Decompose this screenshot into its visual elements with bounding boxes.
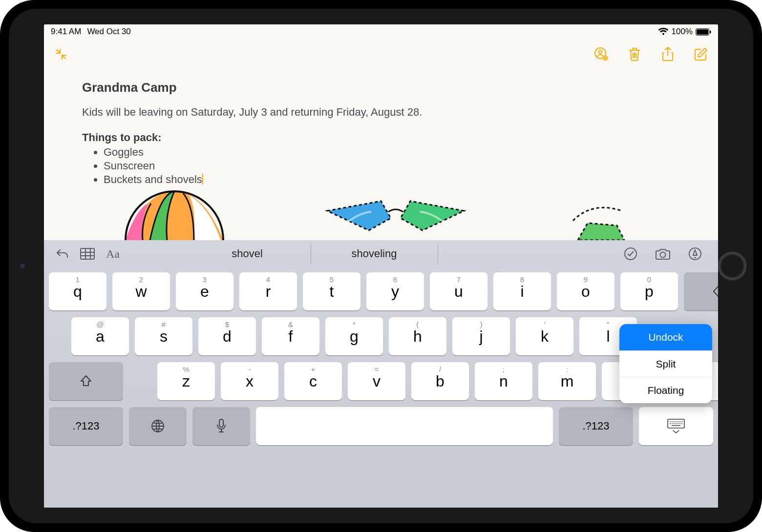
suggestion-2[interactable]: shoveling [311,240,438,267]
key-p[interactable]: 0p [620,272,678,310]
keyboard-toolbar: Aa shovel shoveling [44,240,718,267]
svg-rect-2 [710,30,711,33]
note-paragraph: Kids will be leaving on Saturday, July 3… [82,106,680,119]
compose-icon[interactable] [693,46,709,62]
text-cursor [202,174,203,184]
markup-icon[interactable] [685,244,705,264]
key-f[interactable]: &f [262,317,319,355]
globe-key[interactable] [129,407,187,445]
status-time: 9:41 AM [51,27,81,37]
popover-split[interactable]: Split [619,350,712,377]
mode-key-left[interactable]: .?123 [49,407,123,445]
keyboard-keys: 1q2w3e4r5t6y7u8i9o0p @a#s$d&f*g(h)j'k"l … [44,267,718,459]
note-title: Grandma Camp [82,80,680,95]
list-item: Goggles [104,146,680,159]
svg-rect-1 [697,29,708,35]
list-item: Sunscreen [104,160,680,172]
key-h[interactable]: (h [389,317,446,355]
shift-key[interactable] [49,362,123,400]
key-j[interactable]: )j [452,317,510,355]
dismiss-keyboard-key[interactable] [639,407,713,445]
key-s[interactable]: #s [135,317,192,355]
undo-icon[interactable] [52,244,72,264]
note-drawings [73,182,689,240]
key-o[interactable]: 9o [557,272,614,310]
key-m[interactable]: :m [538,362,596,400]
svg-point-9 [625,248,636,260]
space-key[interactable] [256,407,553,445]
key-q[interactable]: 1q [49,272,106,310]
key-w[interactable]: 2w [112,272,170,310]
svg-rect-13 [219,419,223,427]
collapse-icon[interactable] [53,46,69,62]
keyboard-suggestions: shovel shoveling [128,240,620,267]
dictation-key[interactable] [192,407,250,445]
notes-navbar [44,39,718,69]
format-icon[interactable]: Aa [103,244,123,264]
svg-point-4 [599,50,602,54]
battery-icon [696,28,711,36]
keyboard: Aa shovel shoveling [44,240,718,508]
key-d[interactable]: $d [198,317,256,355]
key-u[interactable]: 7u [430,272,487,310]
backspace-key[interactable] [684,272,718,310]
collaborate-icon[interactable] [593,46,610,62]
key-n[interactable]: ;n [475,362,532,400]
battery-percent: 100% [672,27,693,37]
key-v[interactable]: =v [348,362,405,400]
note-list: Goggles Sunscreen Buckets and shovels [82,146,680,186]
check-circle-icon[interactable] [620,244,641,264]
share-icon[interactable] [659,46,676,62]
note-content-area[interactable]: Grandma Camp Kids will be leaving on Sat… [44,74,718,240]
key-i[interactable]: 8i [493,272,551,310]
front-camera [20,263,25,269]
key-c[interactable]: +c [284,362,342,400]
camera-icon[interactable] [653,244,673,264]
note-subheading: Things to pack: [82,131,680,144]
svg-point-7 [126,191,223,240]
keyboard-popover: Undock Split Floating [619,324,712,403]
key-x[interactable]: -x [221,362,278,400]
key-e[interactable]: 3e [176,272,233,310]
key-r[interactable]: 4r [239,272,297,310]
key-a[interactable]: @a [71,317,129,355]
home-button[interactable] [717,251,747,281]
trash-icon[interactable] [626,46,643,62]
key-t[interactable]: 5t [303,272,360,310]
table-icon[interactable] [77,244,98,264]
suggestion-1[interactable]: shovel [184,240,311,267]
ipad-frame: 9:41 AM Wed Oct 30 100% [0,0,762,532]
list-item: Buckets and shovels [104,173,680,186]
key-k[interactable]: 'k [516,317,573,355]
screen: 9:41 AM Wed Oct 30 100% [44,24,718,508]
key-b[interactable]: /b [411,362,469,400]
status-bar: 9:41 AM Wed Oct 30 100% [44,24,718,39]
popover-undock[interactable]: Undock [619,324,712,350]
key-y[interactable]: 6y [366,272,424,310]
key-g[interactable]: *g [325,317,383,355]
status-date: Wed Oct 30 [87,27,130,37]
wifi-icon [658,28,669,36]
suggestion-3[interactable] [438,240,565,267]
popover-floating[interactable]: Floating [619,377,712,403]
mode-key-right[interactable]: .?123 [559,407,633,445]
svg-point-10 [660,252,666,258]
key-z[interactable]: %z [157,362,215,400]
svg-rect-8 [81,248,94,259]
